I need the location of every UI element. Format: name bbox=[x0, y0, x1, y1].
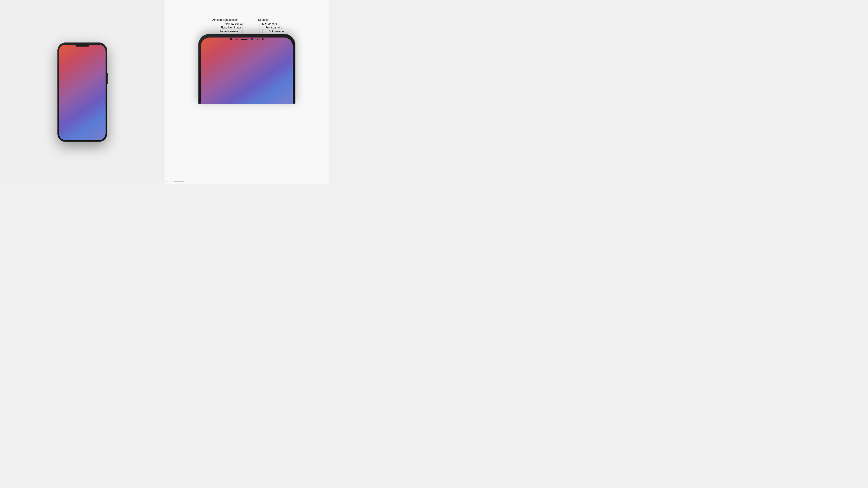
phone-body-crop bbox=[198, 34, 296, 104]
volume-up-button bbox=[57, 72, 57, 78]
phone-screen-full bbox=[59, 45, 105, 140]
phone-screen-crop bbox=[201, 37, 293, 104]
sensor-proximity bbox=[236, 39, 237, 40]
watermark: SLAKS slaks.net/leaks bbox=[166, 181, 185, 183]
phone-full bbox=[57, 42, 107, 142]
sensor-ambient bbox=[230, 38, 232, 40]
phone-cropped bbox=[198, 34, 296, 104]
sensor-microphone bbox=[257, 39, 258, 40]
sensor-bar bbox=[229, 38, 265, 40]
left-panel bbox=[0, 0, 164, 184]
right-panel: Ambient light sensor Proximity sensor Fl… bbox=[164, 0, 329, 184]
infrared-camera-label: Infrared camera bbox=[218, 29, 238, 34]
sensor-speaker bbox=[241, 39, 248, 40]
side-button-right-crop bbox=[295, 59, 296, 74]
volume-down-button bbox=[57, 80, 57, 87]
side-button-left-crop bbox=[198, 61, 198, 73]
phone-body-full bbox=[57, 42, 107, 142]
mute-button bbox=[57, 65, 57, 70]
power-button bbox=[107, 73, 108, 84]
dot-projector-label: Dot projector bbox=[269, 29, 285, 34]
sensor-dot-projector bbox=[262, 38, 264, 40]
annotations-container: Ambient light sensor Proximity sensor Fl… bbox=[172, 9, 321, 104]
notch-bar bbox=[75, 45, 89, 46]
sensor-front-camera bbox=[251, 38, 253, 40]
